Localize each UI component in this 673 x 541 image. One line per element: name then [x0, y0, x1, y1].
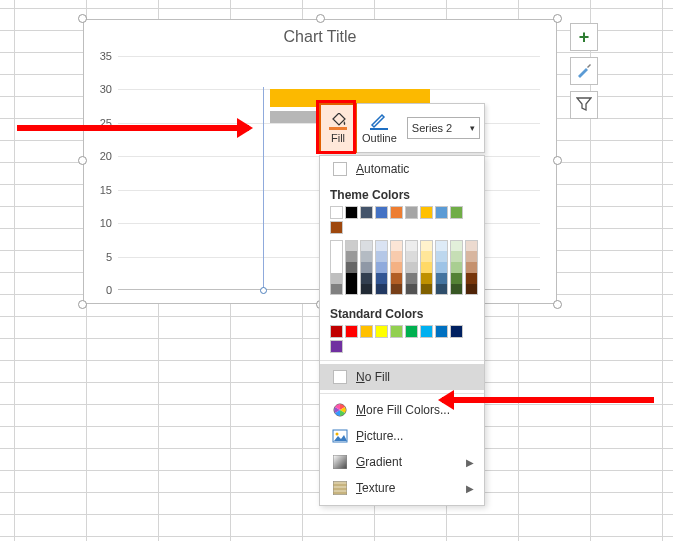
- color-swatch[interactable]: [330, 206, 343, 219]
- color-swatch[interactable]: [375, 325, 388, 338]
- resize-handle[interactable]: [316, 14, 325, 23]
- color-swatch[interactable]: [435, 262, 448, 273]
- color-swatch[interactable]: [420, 206, 433, 219]
- color-swatch[interactable]: [420, 251, 433, 262]
- color-swatch[interactable]: [360, 206, 373, 219]
- color-swatch[interactable]: [465, 284, 478, 295]
- color-swatch[interactable]: [420, 262, 433, 273]
- color-swatch[interactable]: [435, 273, 448, 284]
- color-swatch[interactable]: [390, 273, 403, 284]
- color-swatch[interactable]: [450, 251, 463, 262]
- color-swatch[interactable]: [405, 284, 418, 295]
- chart-styles-button[interactable]: [570, 57, 598, 85]
- color-swatch[interactable]: [390, 251, 403, 262]
- color-swatch[interactable]: [420, 284, 433, 295]
- color-swatch[interactable]: [330, 262, 343, 273]
- menu-texture[interactable]: Texture ▶: [320, 475, 484, 501]
- color-swatch[interactable]: [405, 262, 418, 273]
- chart-title[interactable]: Chart Title: [84, 28, 556, 46]
- series-selector[interactable]: Series 2 ▾: [403, 104, 484, 152]
- color-swatch[interactable]: [390, 325, 403, 338]
- color-swatch[interactable]: [345, 284, 358, 295]
- color-swatch[interactable]: [330, 221, 343, 234]
- category-marker: [260, 287, 267, 294]
- color-swatch[interactable]: [345, 325, 358, 338]
- color-swatch[interactable]: [345, 262, 358, 273]
- color-swatch[interactable]: [405, 273, 418, 284]
- color-swatch[interactable]: [465, 240, 478, 251]
- color-swatch[interactable]: [330, 251, 343, 262]
- color-swatch[interactable]: [405, 206, 418, 219]
- annotation-box: [316, 100, 356, 154]
- color-swatch[interactable]: [330, 325, 343, 338]
- color-swatch[interactable]: [360, 273, 373, 284]
- color-swatch[interactable]: [435, 251, 448, 262]
- menu-gradient-label: radient: [365, 455, 402, 469]
- color-swatch[interactable]: [330, 240, 343, 251]
- color-swatch[interactable]: [375, 284, 388, 295]
- color-swatch[interactable]: [435, 325, 448, 338]
- color-swatch[interactable]: [390, 284, 403, 295]
- color-swatch[interactable]: [360, 251, 373, 262]
- color-swatch[interactable]: [465, 262, 478, 273]
- color-swatch[interactable]: [405, 240, 418, 251]
- color-swatch[interactable]: [420, 273, 433, 284]
- color-swatch[interactable]: [360, 325, 373, 338]
- fill-dropdown-menu: Automatic Theme Colors Standard Colors N…: [319, 155, 485, 506]
- color-swatch[interactable]: [345, 251, 358, 262]
- color-swatch[interactable]: [420, 325, 433, 338]
- color-swatch[interactable]: [435, 240, 448, 251]
- picture-icon: [330, 429, 350, 443]
- ytick: 30: [90, 83, 112, 95]
- resize-handle[interactable]: [553, 300, 562, 309]
- color-swatch[interactable]: [420, 240, 433, 251]
- chevron-right-icon: ▶: [466, 457, 474, 468]
- color-swatch[interactable]: [375, 273, 388, 284]
- color-swatch[interactable]: [435, 206, 448, 219]
- outline-dropdown-button[interactable]: Outline: [356, 104, 403, 152]
- color-swatch[interactable]: [450, 325, 463, 338]
- color-swatch[interactable]: [450, 206, 463, 219]
- menu-no-fill[interactable]: No Fill: [320, 364, 484, 390]
- color-swatch[interactable]: [375, 262, 388, 273]
- color-swatch[interactable]: [330, 340, 343, 353]
- color-swatch[interactable]: [435, 284, 448, 295]
- color-swatch[interactable]: [375, 240, 388, 251]
- chart-elements-button[interactable]: +: [570, 23, 598, 51]
- color-swatch[interactable]: [375, 206, 388, 219]
- color-swatch[interactable]: [330, 284, 343, 295]
- color-swatch[interactable]: [450, 284, 463, 295]
- color-swatch[interactable]: [450, 262, 463, 273]
- menu-picture-label: icture...: [364, 429, 403, 443]
- color-swatch[interactable]: [345, 206, 358, 219]
- resize-handle[interactable]: [553, 14, 562, 23]
- color-swatch[interactable]: [390, 206, 403, 219]
- menu-automatic[interactable]: Automatic: [320, 156, 484, 182]
- texture-icon: [330, 481, 350, 495]
- color-swatch[interactable]: [345, 273, 358, 284]
- color-swatch[interactable]: [360, 262, 373, 273]
- color-swatch[interactable]: [330, 273, 343, 284]
- chart-filters-button[interactable]: [570, 91, 598, 119]
- menu-picture[interactable]: Picture...: [320, 423, 484, 449]
- color-swatch[interactable]: [345, 240, 358, 251]
- color-swatch[interactable]: [375, 251, 388, 262]
- resize-handle[interactable]: [78, 300, 87, 309]
- color-swatch[interactable]: [360, 284, 373, 295]
- resize-handle[interactable]: [78, 156, 87, 165]
- color-swatch[interactable]: [390, 240, 403, 251]
- resize-handle[interactable]: [78, 14, 87, 23]
- color-swatch[interactable]: [465, 251, 478, 262]
- color-swatch[interactable]: [405, 325, 418, 338]
- color-wheel-icon: [330, 402, 350, 418]
- color-swatch[interactable]: [390, 262, 403, 273]
- color-swatch[interactable]: [450, 240, 463, 251]
- resize-handle[interactable]: [553, 156, 562, 165]
- menu-gradient[interactable]: Gradient ▶: [320, 449, 484, 475]
- color-swatch[interactable]: [405, 251, 418, 262]
- color-swatch[interactable]: [360, 240, 373, 251]
- svg-rect-5: [333, 455, 347, 469]
- color-swatch[interactable]: [450, 273, 463, 284]
- ytick: 15: [90, 184, 112, 196]
- color-swatch[interactable]: [465, 273, 478, 284]
